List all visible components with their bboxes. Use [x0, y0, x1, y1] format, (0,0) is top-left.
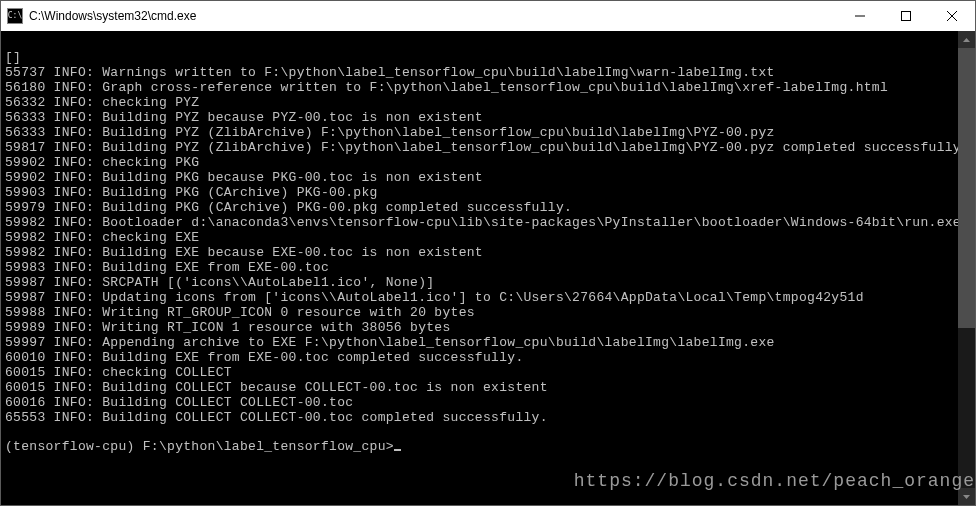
output-line: 60015 INFO: Building COLLECT because COL…	[5, 380, 975, 395]
output-line: 59987 INFO: SRCPATH [('icons\\AutoLabel1…	[5, 275, 975, 290]
svg-marker-5	[963, 495, 970, 499]
output-line: 60015 INFO: checking COLLECT	[5, 365, 975, 380]
output-line: 60010 INFO: Building EXE from EXE-00.toc…	[5, 350, 975, 365]
output-line: 59997 INFO: Appending archive to EXE F:\…	[5, 335, 975, 350]
terminal-output[interactable]: []55737 INFO: Warnings written to F:\pyt…	[1, 31, 975, 473]
close-button[interactable]	[929, 1, 975, 31]
cmd-icon: C:\	[7, 8, 23, 24]
output-line: 65553 INFO: Building COLLECT COLLECT-00.…	[5, 410, 975, 425]
output-line: 56332 INFO: checking PYZ	[5, 95, 975, 110]
watermark-text: https://blog.csdn.net/peach_orange	[574, 471, 975, 491]
scroll-up-button[interactable]	[958, 31, 975, 48]
scroll-thumb[interactable]	[958, 48, 975, 328]
output-line: 59982 INFO: checking EXE	[5, 230, 975, 245]
svg-marker-4	[963, 38, 970, 42]
vertical-scrollbar[interactable]	[958, 31, 975, 505]
output-line: 56333 INFO: Building PYZ (ZlibArchive) F…	[5, 125, 975, 140]
svg-rect-1	[902, 12, 911, 21]
output-line: 59983 INFO: Building EXE from EXE-00.toc	[5, 260, 975, 275]
output-line: 59987 INFO: Updating icons from ['icons\…	[5, 290, 975, 305]
output-line: 55737 INFO: Warnings written to F:\pytho…	[5, 65, 975, 80]
output-line: 60016 INFO: Building COLLECT COLLECT-00.…	[5, 395, 975, 410]
output-line: 59988 INFO: Writing RT_GROUP_ICON 0 reso…	[5, 305, 975, 320]
output-line: 59989 INFO: Writing RT_ICON 1 resource w…	[5, 320, 975, 335]
output-line: 56180 INFO: Graph cross-reference writte…	[5, 80, 975, 95]
minimize-button[interactable]	[837, 1, 883, 31]
window-titlebar: C:\ C:\Windows\system32\cmd.exe	[1, 1, 975, 31]
scroll-down-button[interactable]	[958, 488, 975, 505]
window-controls	[837, 1, 975, 31]
output-line: 59979 INFO: Building PKG (CArchive) PKG-…	[5, 200, 975, 215]
output-line: 59903 INFO: Building PKG (CArchive) PKG-…	[5, 185, 975, 200]
output-line: 59902 INFO: Building PKG because PKG-00.…	[5, 170, 975, 185]
prompt-line: (tensorflow-cpu) F:\python\label_tensorf…	[5, 439, 975, 454]
output-line: []	[5, 50, 975, 65]
window-title: C:\Windows\system32\cmd.exe	[29, 9, 837, 23]
output-line: 59817 INFO: Building PYZ (ZlibArchive) F…	[5, 140, 975, 155]
output-line: 56333 INFO: Building PYZ because PYZ-00.…	[5, 110, 975, 125]
output-line: 59982 INFO: Bootloader d:\anaconda3\envs…	[5, 215, 975, 230]
output-line: 59902 INFO: checking PKG	[5, 155, 975, 170]
output-line: 59982 INFO: Building EXE because EXE-00.…	[5, 245, 975, 260]
prompt-text: (tensorflow-cpu) F:\python\label_tensorf…	[5, 439, 394, 454]
cursor	[394, 449, 401, 451]
maximize-button[interactable]	[883, 1, 929, 31]
